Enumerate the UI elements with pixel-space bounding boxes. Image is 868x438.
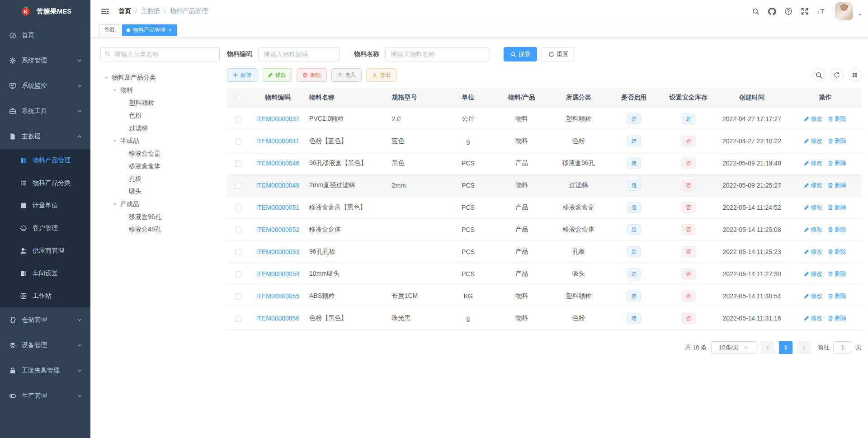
search-button[interactable]: 搜索 xyxy=(504,47,537,61)
edit-row-button[interactable]: 修改 xyxy=(804,270,822,278)
tree-node[interactable]: 塑料颗粒 xyxy=(100,97,220,109)
select-all-checkbox[interactable] xyxy=(235,95,241,101)
sidebar-item-system-tools[interactable]: 系统工具 xyxy=(0,99,90,124)
tree-node[interactable]: 物料 xyxy=(100,84,220,97)
add-button[interactable]: 新增 xyxy=(227,68,257,82)
delete-row-button[interactable]: 删除 xyxy=(828,137,846,145)
next-page-button[interactable] xyxy=(797,341,811,354)
category-search-input[interactable] xyxy=(100,47,220,61)
material-code-link[interactable]: ITEM00000052 xyxy=(256,226,299,233)
tree-node[interactable]: 移液盒盒体 xyxy=(100,160,220,173)
edit-row-button[interactable]: 修改 xyxy=(804,226,822,234)
search-icon[interactable] xyxy=(812,68,826,82)
refresh-icon[interactable] xyxy=(830,68,844,82)
close-icon[interactable]: × xyxy=(168,28,172,33)
row-checkbox[interactable] xyxy=(235,293,241,300)
breadcrumb-item[interactable]: 主数据 xyxy=(141,7,160,15)
delete-row-button[interactable]: 删除 xyxy=(828,226,846,234)
row-checkbox[interactable] xyxy=(235,160,241,167)
material-code-link[interactable]: ITEM00000053 xyxy=(256,248,299,255)
material-code-link[interactable]: ITEM00000041 xyxy=(256,137,299,145)
edit-row-button[interactable]: 修改 xyxy=(804,203,822,212)
grid-icon[interactable] xyxy=(848,68,862,82)
user-avatar[interactable] xyxy=(835,2,853,20)
sidebar-item-warehouse-management[interactable]: 仓储管理 xyxy=(0,307,90,333)
caret-down-icon[interactable] xyxy=(858,12,863,17)
material-code-link[interactable]: ITEM00000054 xyxy=(256,270,299,278)
sidebar-item-system-monitor[interactable]: 系统监控 xyxy=(0,73,90,99)
question-icon[interactable] xyxy=(781,5,796,18)
delete-row-button[interactable]: 删除 xyxy=(828,292,846,300)
delete-row-button[interactable]: 删除 xyxy=(828,270,846,278)
sidebar-item-measure-unit[interactable]: 计量单位 xyxy=(0,194,90,217)
tree-node[interactable]: 移液盒96孔 xyxy=(100,211,220,223)
edit-row-button[interactable]: 修改 xyxy=(804,137,822,145)
edit-button[interactable]: 修改 xyxy=(262,68,292,82)
sidebar-item-equipment-management[interactable]: 设备管理 xyxy=(0,333,90,358)
tree-node[interactable]: 移液盒盒盖 xyxy=(100,147,220,160)
edit-row-button[interactable]: 修改 xyxy=(804,181,822,189)
prev-page-button[interactable] xyxy=(761,341,774,354)
sidebar-item-supplier-management[interactable]: 供应商管理 xyxy=(0,240,90,262)
tree-node[interactable]: 物料及产品分类 xyxy=(100,71,220,84)
sidebar-toggle-button[interactable] xyxy=(97,8,113,15)
row-checkbox[interactable] xyxy=(235,205,241,211)
row-checkbox[interactable] xyxy=(235,316,241,322)
fullscreen-icon[interactable] xyxy=(797,5,812,18)
reset-button[interactable]: 重置 xyxy=(542,47,575,61)
row-checkbox[interactable] xyxy=(235,271,241,278)
tab-home[interactable]: 首页 xyxy=(99,24,119,36)
tree-node[interactable]: 产成品 xyxy=(100,198,220,211)
sidebar-item-workshop-settings[interactable]: 车间设置 xyxy=(0,262,90,285)
tree-node[interactable]: 半成品 xyxy=(100,135,220,147)
page-1-button[interactable]: 1 xyxy=(779,341,793,354)
edit-row-button[interactable]: 修改 xyxy=(804,248,822,256)
material-code-link[interactable]: ITEM00000049 xyxy=(256,182,299,189)
delete-row-button[interactable]: 删除 xyxy=(828,115,846,123)
search-icon[interactable] xyxy=(749,5,763,18)
material-code-link[interactable]: ITEM00000046 xyxy=(256,160,299,167)
material-code-link[interactable]: ITEM00000051 xyxy=(256,204,299,211)
sidebar-item-customer-management[interactable]: 客户管理 xyxy=(0,217,90,240)
sidebar-item-material-product-category[interactable]: 物料产品分类 xyxy=(0,172,90,194)
filter-input-material-name[interactable] xyxy=(385,47,489,61)
delete-button[interactable]: 删除 xyxy=(297,68,327,82)
material-code-link[interactable]: ITEM00000037 xyxy=(256,115,299,122)
sidebar-item-fixture-management[interactable]: 工装夹具管理 xyxy=(0,358,90,383)
edit-row-button[interactable]: 修改 xyxy=(804,314,822,322)
sidebar-item-workstation[interactable]: 工作站 xyxy=(0,285,90,307)
row-checkbox[interactable] xyxy=(235,227,241,233)
material-code-link[interactable]: ITEM00000056 xyxy=(256,315,299,322)
tree-node[interactable]: 吸头 xyxy=(100,185,220,198)
import-button[interactable]: 导入 xyxy=(331,68,362,82)
tree-node[interactable]: 色粉 xyxy=(100,109,220,122)
edit-row-button[interactable]: 修改 xyxy=(804,292,822,300)
delete-row-button[interactable]: 删除 xyxy=(828,248,846,256)
sidebar-item-material-product-management[interactable]: 物料产品管理 xyxy=(0,149,90,172)
tree-node[interactable]: 过滤棉 xyxy=(100,122,220,135)
sidebar-item-production-management[interactable]: 生产管理 xyxy=(0,383,90,409)
export-button[interactable]: 导出 xyxy=(366,68,396,82)
delete-row-button[interactable]: 删除 xyxy=(828,159,846,167)
tab-material-product[interactable]: 物料产品管理× xyxy=(122,24,177,36)
edit-row-button[interactable]: 修改 xyxy=(804,115,822,123)
delete-row-button[interactable]: 删除 xyxy=(828,181,846,189)
row-checkbox[interactable] xyxy=(235,183,241,189)
github-icon[interactable] xyxy=(764,5,779,19)
delete-row-button[interactable]: 删除 xyxy=(828,203,846,212)
sidebar-item-home[interactable]: 首页 xyxy=(0,23,90,48)
page-size-select[interactable]: 10条/页 xyxy=(711,341,756,354)
sidebar-item-master-data[interactable]: 主数据 xyxy=(0,124,90,149)
tree-node[interactable]: 孔板 xyxy=(100,173,220,185)
edit-row-button[interactable]: 修改 xyxy=(804,159,822,167)
material-code-link[interactable]: ITEM00000055 xyxy=(256,292,299,300)
row-checkbox[interactable] xyxy=(235,116,241,122)
breadcrumb-item[interactable]: 首页 xyxy=(118,7,131,15)
font-size-icon[interactable]: TT xyxy=(814,5,829,18)
delete-row-button[interactable]: 删除 xyxy=(828,314,846,322)
row-checkbox[interactable] xyxy=(235,138,241,145)
goto-page-input[interactable] xyxy=(833,341,852,354)
filter-input-material-code[interactable] xyxy=(258,47,340,61)
row-checkbox[interactable] xyxy=(235,249,241,255)
tree-node[interactable]: 移液盒48孔 xyxy=(100,223,220,236)
